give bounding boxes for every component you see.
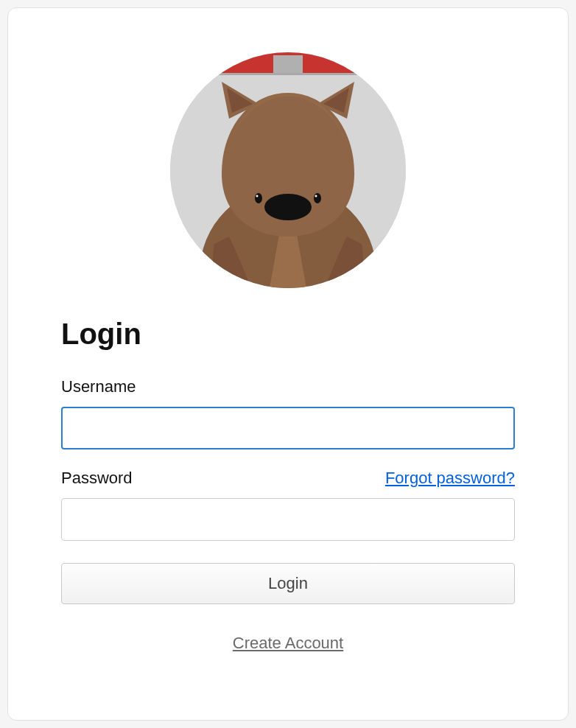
password-field-group: Password Forgot password? [61, 469, 515, 541]
svg-rect-3 [170, 73, 406, 75]
svg-point-8 [256, 195, 259, 197]
svg-point-6 [255, 193, 262, 203]
username-input[interactable] [61, 407, 515, 449]
password-input[interactable] [61, 498, 515, 541]
username-field-group: Username [61, 377, 515, 449]
login-button[interactable]: Login [61, 563, 515, 604]
avatar [170, 52, 406, 288]
username-label: Username [61, 377, 136, 396]
svg-point-7 [314, 193, 321, 203]
forgot-password-link[interactable]: Forgot password? [385, 469, 515, 488]
page-title: Login [61, 318, 515, 351]
wombat-avatar-icon [170, 52, 406, 288]
svg-point-9 [315, 195, 317, 197]
password-label: Password [61, 469, 133, 488]
login-form: Login Username Password Forgot password?… [61, 318, 515, 653]
login-card: Login Username Password Forgot password?… [7, 7, 569, 721]
create-account-link[interactable]: Create Account [233, 634, 343, 652]
svg-rect-2 [273, 55, 303, 73]
svg-point-5 [264, 194, 312, 220]
